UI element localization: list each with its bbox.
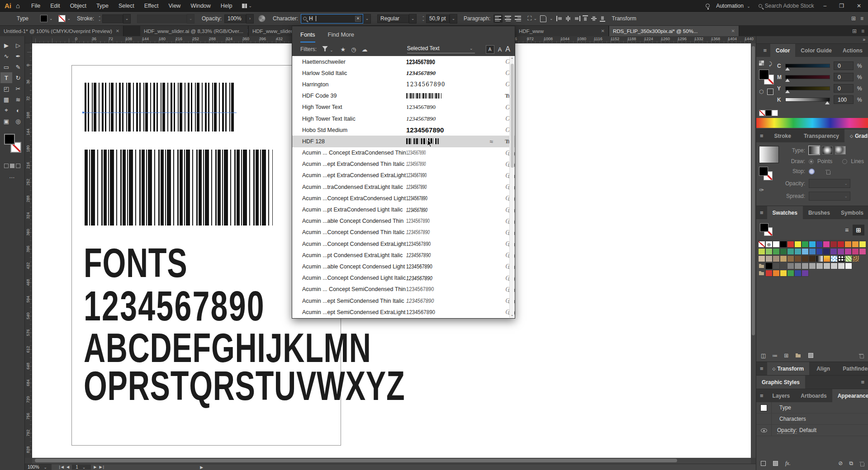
control-menu-icon[interactable]: ≡ [860, 15, 863, 22]
swatch-kinds-icon[interactable]: ≔ [772, 352, 778, 359]
panel-tab[interactable]: Color [770, 44, 795, 57]
panel-menu-icon[interactable]: ≡ [759, 44, 770, 57]
scrollbar-thumb[interactable] [511, 64, 514, 168]
panel-tab[interactable]: Swatches [767, 206, 803, 219]
swatch[interactable] [837, 248, 844, 255]
font-size-stepper[interactable]: ⌃⌄ [422, 16, 425, 21]
swatch[interactable] [809, 248, 816, 255]
swatch[interactable] [823, 248, 830, 255]
panel-tab[interactable]: ◇Transform [767, 362, 810, 375]
font-list-item[interactable]: Acumin ...pt ExtraCondensed Light Italic… [292, 204, 515, 215]
swatch[interactable] [794, 270, 802, 277]
fill-stroke-widget[interactable] [759, 70, 774, 85]
align-left-button[interactable] [493, 14, 503, 23]
align-v-center-icon[interactable] [590, 15, 598, 22]
scroll-down-icon[interactable]: ⌄ [510, 313, 514, 317]
sample-size-small-button[interactable]: A [486, 45, 494, 54]
font-list-item[interactable]: Harrington 1234567890 O [292, 79, 515, 90]
panel-tab[interactable]: Actions [837, 44, 868, 57]
swatch[interactable] [845, 263, 852, 269]
swatch[interactable] [765, 248, 773, 255]
align-objects-buttons[interactable] [556, 15, 607, 22]
document-tab[interactable]: Untitled-1* @ 100% (CMYK/Overprint Previ… [0, 26, 123, 36]
automation-menu[interactable]: Automation ⌄ [716, 3, 752, 9]
swatch[interactable] [816, 263, 823, 269]
swatch[interactable] [830, 248, 837, 255]
swatch[interactable] [794, 255, 802, 262]
fill-swatch[interactable] [4, 134, 15, 145]
swatch[interactable] [794, 248, 802, 255]
chevron-down-icon[interactable]: ⌄ [533, 16, 537, 21]
sample-size-large-button[interactable]: A [505, 45, 510, 53]
chevron-down-icon[interactable]: ⌄ [249, 4, 252, 8]
swatch[interactable] [780, 270, 787, 277]
panel-menu-icon[interactable]: ≡ [756, 362, 767, 375]
channel-slider[interactable] [785, 75, 830, 79]
clear-appearance-icon[interactable]: ⊘ [838, 460, 843, 466]
next-artboard-button[interactable]: ▶ [94, 465, 96, 469]
font-style-dropdown[interactable]: ⌄ [409, 14, 417, 24]
panel-tab[interactable]: Stroke [767, 129, 797, 142]
panel-menu-icon[interactable]: ≡ [756, 206, 767, 219]
panel-tab[interactable]: Appearance [832, 389, 868, 402]
swatch[interactable] [809, 255, 816, 262]
swatch[interactable] [816, 241, 823, 248]
panel-tab[interactable]: Symbols [835, 206, 868, 219]
swatch[interactable] [816, 255, 823, 262]
first-artboard-button[interactable]: ❘◀ [58, 465, 64, 469]
swatch[interactable] [837, 241, 844, 248]
swatch[interactable] [859, 248, 866, 255]
font-list-item[interactable]: Acumin ...Concept Condensed Thin Italic … [292, 227, 515, 238]
font-list-item[interactable]: Acumin ...pt Condensed ExtraLight Italic… [292, 249, 515, 261]
list-view-button[interactable]: ≡ [841, 225, 853, 235]
panel-tab[interactable]: Transparency [797, 129, 844, 142]
row-lead[interactable] [756, 414, 772, 424]
swatch[interactable] [780, 255, 787, 262]
grid-view-button[interactable]: ⊞ [853, 225, 864, 235]
fill-stroke-widget[interactable] [759, 167, 773, 181]
barcode-artwork-2[interactable] [85, 150, 273, 226]
channel-value-field[interactable]: 0 [834, 73, 854, 81]
font-list-item[interactable]: Acumin ...Concept Condensed Light Italic… [292, 273, 515, 284]
quick-swatches[interactable] [759, 110, 778, 116]
prev-artboard-button[interactable]: ◀ [66, 465, 69, 469]
illustrator-logo[interactable]: Ai [5, 2, 11, 9]
panel-tab[interactable]: Align [809, 362, 835, 375]
menu-item[interactable]: Help [216, 0, 237, 12]
swatch[interactable] [809, 241, 816, 248]
stroke-weight-stepper[interactable]: ⌃⌄ [98, 16, 101, 21]
chevron-down-icon[interactable]: ⌄ [67, 16, 71, 21]
artboard-number-field[interactable]: 1⌄ [72, 465, 91, 470]
menu-item[interactable]: Select [114, 0, 139, 12]
font-list-item[interactable]: Acumin ...ept SemiCondensed Thin Italic … [292, 295, 515, 306]
font-list-item[interactable]: HDF Code 39 TT [292, 90, 515, 102]
font-list-item[interactable]: HDF 128 ≈TT [292, 136, 515, 147]
font-list-item[interactable]: High Tower Text 1234567890 O [292, 102, 515, 113]
clear-search-icon[interactable]: ✕ [355, 16, 361, 22]
document-tab[interactable]: HDF_www_slider.ai @ 8,33% (RGB/Over... ✕ [140, 26, 248, 36]
swatch[interactable] [765, 241, 773, 248]
close-tab-icon[interactable]: ✕ [598, 28, 605, 33]
tab-find-more[interactable]: Find More [328, 26, 355, 42]
fill-stroke-widget[interactable] [760, 223, 773, 237]
channel-value-field[interactable]: 0 [834, 84, 854, 93]
appearance-row[interactable]: Type [756, 402, 868, 414]
appearance-row[interactable]: Characters [756, 414, 868, 425]
swatch[interactable] [859, 241, 866, 248]
home-icon[interactable]: ⌂ [16, 2, 20, 9]
sample-size-medium-button[interactable]: A [498, 46, 502, 53]
add-stroke-icon[interactable] [761, 461, 766, 466]
transform-link[interactable]: Transform [612, 15, 636, 22]
headline-digits[interactable]: 1234567890 [84, 285, 265, 327]
panel-menu-icon[interactable]: ≡ [857, 379, 868, 385]
add-effect-icon[interactable]: fx. [785, 460, 791, 467]
menu-item[interactable]: Object [65, 0, 91, 12]
font-list-scrollbar[interactable]: ⌃ ⌄ [509, 56, 514, 318]
menu-item[interactable]: View [164, 0, 186, 12]
gradient-preview[interactable] [759, 146, 779, 163]
tab-fonts[interactable]: Fonts [300, 26, 315, 42]
fill-stroke-widget[interactable] [3, 134, 21, 159]
delete-item-icon[interactable] [859, 461, 864, 466]
swatch[interactable] [765, 263, 773, 269]
menu-item[interactable]: Window [185, 0, 215, 12]
